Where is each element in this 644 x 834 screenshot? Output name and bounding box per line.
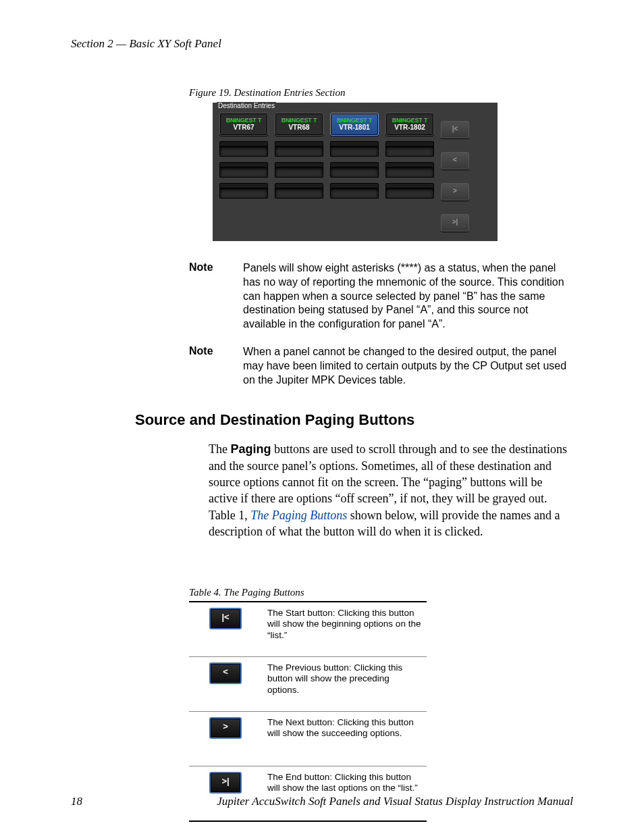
entry-source-label: BNINGEST T (220, 118, 267, 124)
note-text: Panels will show eight asterisks (****) … (243, 261, 573, 332)
table-desc: The Start button: Clicking this button w… (262, 602, 427, 657)
table-desc: The End button: Clicking this button wil… (262, 766, 427, 822)
paging-buttons-table: |< The Start button: Clicking this butto… (189, 601, 427, 822)
table-desc: The Previous button: Clicking this butto… (262, 657, 427, 712)
paging-buttons-link[interactable]: The Paging Buttons (250, 509, 347, 522)
table-row: >| The End button: Clicking this button … (189, 766, 427, 822)
entry-dest-label: VTR68 (275, 124, 323, 131)
page-first-button[interactable]: |< (441, 121, 469, 138)
entry-source-label: BNINGEST T (331, 118, 378, 124)
entry-dest-label: VTR-1801 (331, 124, 378, 131)
entry-source-label: BNINGEST T (275, 118, 323, 124)
dest-entry-button[interactable]: BNINGEST T VTR-1802 (385, 113, 434, 136)
dest-entry-button[interactable]: BNINGEST T VTR68 (275, 113, 323, 136)
page-number: 18 (71, 795, 82, 808)
table-row: < The Previous button: Clicking this but… (189, 657, 427, 712)
section-heading: Source and Destination Paging Buttons (135, 411, 573, 429)
dest-entry-button[interactable]: BNINGEST T VTR67 (219, 113, 268, 136)
table-row: |< The Start button: Clicking this butto… (189, 602, 427, 657)
body-paragraph: The Paging buttons are used to scroll th… (209, 441, 573, 540)
destination-entries-panel: Destination Entries BNINGEST T VTR67 BNI… (213, 103, 498, 241)
entry-dest-label: VTR67 (220, 124, 267, 131)
previous-button-icon: < (209, 662, 242, 684)
note-block: Note When a panel cannot be changed to t… (71, 345, 573, 387)
page-prev-button[interactable]: < (441, 152, 469, 170)
next-button-icon: > (209, 717, 242, 739)
start-button-icon: |< (209, 608, 242, 629)
table-desc: The Next button: Clicking this button wi… (262, 712, 427, 766)
note-text: When a panel cannot be changed to the de… (243, 345, 573, 387)
page-last-button[interactable]: >| (441, 214, 469, 232)
entry-source-label: BNINGEST T (386, 118, 433, 124)
para-text: The (209, 442, 230, 456)
note-block: Note Panels will show eight asterisks (*… (71, 261, 573, 332)
para-bold: Paging (230, 442, 271, 456)
table-row: > The Next button: Clicking this button … (189, 712, 427, 766)
table-caption: Table 4. The Paging Buttons (189, 587, 573, 598)
fieldset-label: Destination Entries (217, 102, 276, 109)
page-next-button[interactable]: > (441, 183, 469, 201)
end-button-icon: >| (209, 772, 242, 793)
figure-caption: Figure 19. Destination Entries Section (189, 87, 573, 99)
footer-title: Jupiter AccuSwitch Soft Panels and Visua… (217, 795, 573, 808)
dest-entry-button-selected[interactable]: BNINGEST T VTR-1801 (330, 113, 379, 136)
running-header: Section 2 — Basic XY Soft Panel (71, 37, 573, 51)
entry-dest-label: VTR-1802 (386, 124, 433, 131)
note-label: Note (189, 261, 243, 332)
note-label: Note (189, 345, 243, 387)
